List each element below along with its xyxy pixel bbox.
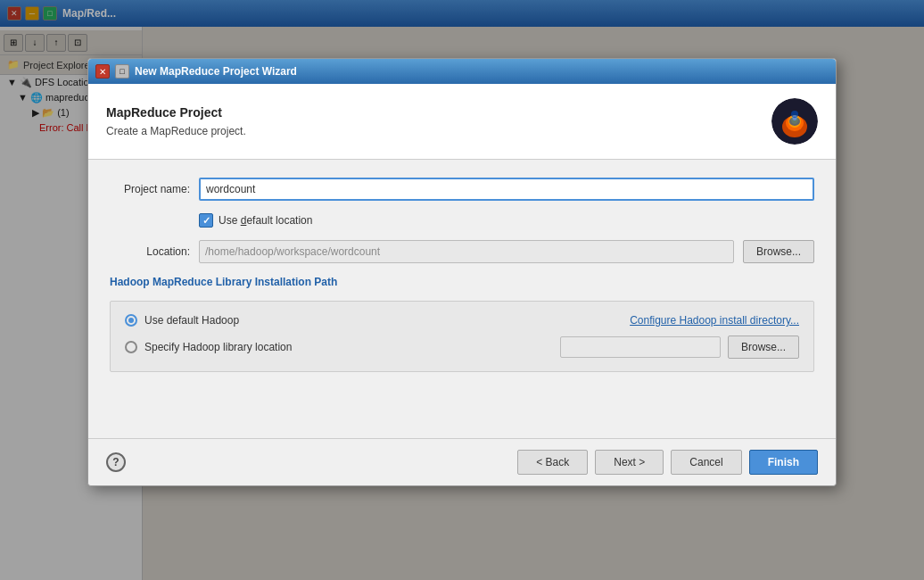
next-button[interactable]: Next > (595, 450, 664, 475)
svg-point-7 (789, 117, 800, 126)
project-name-input[interactable] (199, 178, 814, 201)
modal-overlay: ✕ □ New MapReduce Project Wizard MapRedu… (0, 0, 924, 580)
wizard-subtitle: Create a MapReduce project. (106, 125, 246, 137)
use-default-checkbox[interactable]: ✓ (199, 213, 213, 228)
configure-hadoop-link[interactable]: Configure Hadoop install directory... (630, 314, 799, 327)
use-default-hadoop-label: Use default Hadoop (144, 314, 623, 327)
wizard-header-text: MapReduce Project Create a MapReduce pro… (106, 105, 246, 137)
wizard-icon (771, 98, 818, 145)
library-browse-button[interactable]: Browse... (728, 336, 799, 359)
use-default-location-row: ✓ Use default location (199, 213, 814, 228)
wizard-icon-svg (771, 98, 818, 145)
project-name-row: Project name: (110, 178, 814, 201)
footer-right: < Back Next > Cancel Finish (517, 450, 818, 475)
cancel-button[interactable]: Cancel (671, 450, 741, 475)
footer-left: ? (106, 452, 126, 472)
use-default-hadoop-radio[interactable] (125, 314, 137, 327)
svg-point-6 (791, 111, 798, 118)
location-label: Location: (110, 245, 190, 258)
wizard-close-button[interactable]: ✕ (95, 64, 110, 79)
library-path-input[interactable] (560, 336, 721, 358)
help-button[interactable]: ? (106, 452, 126, 472)
wizard-restore-button[interactable]: □ (115, 64, 129, 79)
library-section-header: Hadoop MapReduce Library Installation Pa… (110, 276, 814, 288)
specify-library-radio[interactable] (125, 341, 137, 353)
radio-dot (128, 318, 134, 323)
use-default-label: Use default location (219, 214, 312, 227)
wizard-titlebar: ✕ □ New MapReduce Project Wizard (88, 59, 836, 84)
wizard-body: Project name: ✓ Use default location Loc… (88, 160, 836, 438)
wizard-heading: MapReduce Project (106, 105, 246, 120)
location-browse-button[interactable]: Browse... (743, 240, 814, 263)
project-name-label: Project name: (110, 183, 190, 195)
wizard-footer: ? < Back Next > Cancel Finish (88, 438, 836, 485)
wizard-dialog: ✕ □ New MapReduce Project Wizard MapRedu… (87, 58, 837, 486)
back-button[interactable]: < Back (517, 450, 588, 475)
finish-button[interactable]: Finish (749, 450, 818, 475)
specify-library-label: Specify Hadoop library location (144, 341, 553, 353)
location-row: Location: Browse... (110, 240, 814, 263)
checkmark-icon: ✓ (202, 215, 210, 227)
library-section-box: Use default Hadoop Configure Hadoop inst… (110, 301, 814, 372)
wizard-title: New MapReduce Project Wizard (135, 65, 829, 78)
specify-library-row: Specify Hadoop library location Browse..… (125, 336, 799, 359)
location-input (199, 240, 734, 263)
wizard-header: MapReduce Project Create a MapReduce pro… (88, 84, 836, 160)
use-default-hadoop-row: Use default Hadoop Configure Hadoop inst… (125, 314, 799, 327)
